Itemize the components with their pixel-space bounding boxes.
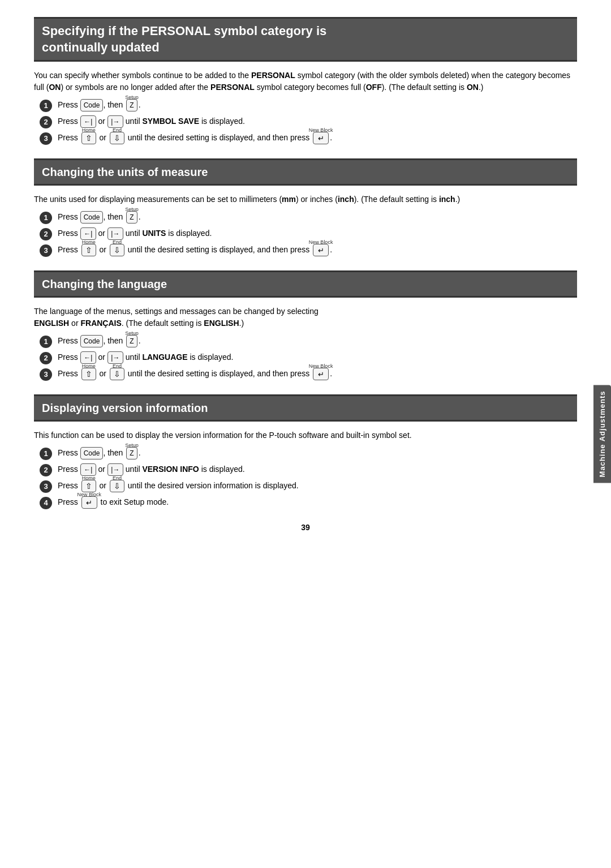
step-num-3: 3 [40, 132, 52, 145]
step-num-1: 1 [40, 100, 52, 112]
up-arrow-units: ⇧ [81, 244, 96, 256]
left-nav-key-ver: ←| [80, 463, 96, 476]
code-key: Code [80, 99, 104, 111]
section-personal-symbol: Specifying if the PERSONAL symbol catego… [34, 17, 577, 145]
step-num-4: 4 [40, 497, 52, 509]
section-title-language: Changing the language [42, 277, 569, 291]
step-content-3-units: Press Home ⇧ or End ⇩ until the desired … [58, 244, 577, 256]
step-1-language: 1 Press Code, then Setup Z . [40, 335, 577, 348]
section-version: Displaying version information This func… [34, 394, 577, 509]
step-content-3-personal: Press Home ⇧ or End ⇩ until the desired … [58, 132, 577, 144]
right-nav-key-units: |→ [107, 227, 123, 240]
setup-z-key-wrap: Setup Z [126, 99, 137, 111]
z-key-ver: Z [126, 447, 137, 459]
right-nav-key-lang: |→ [107, 351, 123, 364]
section-intro-units: The units used for displaying measuremen… [34, 194, 577, 205]
section-header-language: Changing the language [34, 270, 577, 298]
section-header-units: Changing the units of measure [34, 158, 577, 186]
enter-key-ver: ↵ [81, 496, 97, 509]
section-title-version: Displaying version information [42, 401, 569, 415]
step-content-1-language: Press Code, then Setup Z . [58, 335, 577, 347]
step-1-units: 1 Press Code, then Setup Z . [40, 211, 577, 224]
home-up-wrap-units: Home ⇧ [81, 244, 96, 256]
section-language: Changing the language The language of th… [34, 270, 577, 381]
enter-key-units: ↵ [313, 244, 329, 256]
step-num-2: 2 [40, 464, 52, 476]
down-arrow-units: ⇩ [110, 244, 124, 256]
section-title-units: Changing the units of measure [42, 165, 569, 179]
right-nav-key: |→ [107, 115, 123, 128]
step-content-2-version: Press ←| or |→ until VERSION INFO is dis… [58, 463, 577, 476]
enter-key-lang: ↵ [313, 368, 329, 380]
left-nav-key: ←| [80, 115, 96, 128]
enter-wrap-lang: New Block ↵ [313, 368, 329, 380]
step-content-1-version: Press Code, then Setup Z . [58, 447, 577, 459]
step-num-3: 3 [40, 368, 52, 381]
step-3-version: 3 Press Home ⇧ or End ⇩ until the desire… [40, 480, 577, 493]
step-3-personal: 3 Press Home ⇧ or End ⇩ until the desire… [40, 132, 577, 145]
code-key-lang: Code [80, 335, 104, 347]
z-key-lang: Z [126, 335, 137, 347]
home-up-wrap-ver: Home ⇧ [81, 480, 96, 492]
z-key-units: Z [126, 211, 137, 224]
enter-wrap-units: New Block ↵ [313, 244, 329, 256]
steps-units: 1 Press Code, then Setup Z . 2 Press ←| … [40, 211, 577, 257]
page-number: 39 [34, 523, 577, 532]
steps-version: 1 Press Code, then Setup Z . 2 Press ←| … [40, 447, 577, 509]
left-nav-key-units: ←| [80, 227, 96, 240]
code-key-units: Code [80, 211, 104, 224]
step-content-3-language: Press Home ⇧ or End ⇩ until the desired … [58, 368, 577, 380]
step-content-1-personal: Press Code, then Setup Z . [58, 99, 577, 111]
down-arrow-lang: ⇩ [110, 368, 124, 380]
step-content-1-units: Press Code, then Setup Z . [58, 211, 577, 224]
section-header-version: Displaying version information [34, 394, 577, 422]
step-num-1: 1 [40, 336, 52, 348]
step-1-version: 1 Press Code, then Setup Z . [40, 447, 577, 460]
step-content-2-units: Press ←| or |→ until UNITS is displayed. [58, 227, 577, 240]
up-arrow-ver: ⇧ [81, 480, 96, 492]
setup-z-wrap-ver: Setup Z [126, 447, 137, 459]
home-up-key-wrap: Home ⇧ [81, 132, 96, 144]
side-tab-container: Machine Adjustments [593, 385, 611, 483]
section-intro-personal-symbol: You can specify whether symbols continue… [34, 70, 577, 93]
end-down-wrap-lang: End ⇩ [110, 368, 124, 380]
enter-wrap-ver: New Block ↵ [81, 496, 97, 509]
end-down-wrap-units: End ⇩ [110, 244, 124, 256]
step-num-2: 2 [40, 116, 52, 128]
section-intro-language: The language of the menus, settings and … [34, 306, 577, 329]
setup-z-wrap-units: Setup Z [126, 211, 137, 224]
home-up-wrap-lang: Home ⇧ [81, 368, 96, 380]
right-nav-key-ver: |→ [107, 463, 123, 476]
steps-language: 1 Press Code, then Setup Z . 2 Press ←| … [40, 335, 577, 381]
step-num-1: 1 [40, 212, 52, 224]
down-arrow-key: ⇩ [110, 132, 124, 144]
step-1-personal: 1 Press Code, then Setup Z . [40, 99, 577, 112]
section-header-personal-symbol: Specifying if the PERSONAL symbol catego… [34, 17, 577, 62]
steps-personal-symbol: 1 Press Code, then Setup Z . 2 Press ←| … [40, 99, 577, 145]
step-content-3-version: Press Home ⇧ or End ⇩ until the desired … [58, 480, 577, 492]
up-arrow-key: ⇧ [81, 132, 96, 144]
enter-key-wrap: New Block ↵ [313, 132, 329, 144]
z-key: Z [126, 99, 137, 111]
section-units: Changing the units of measure The units … [34, 158, 577, 257]
enter-key: ↵ [313, 132, 329, 144]
code-key-ver: Code [80, 447, 104, 459]
step-content-4-version: Press New Block ↵ to exit Setup mode. [58, 496, 577, 509]
end-down-key-wrap: End ⇩ [110, 132, 124, 144]
step-num-3: 3 [40, 480, 52, 493]
end-down-wrap-ver: End ⇩ [110, 480, 124, 492]
step-content-2-personal: Press ←| or |→ until SYMBOL SAVE is disp… [58, 115, 577, 128]
step-num-3: 3 [40, 244, 52, 257]
step-3-units: 3 Press Home ⇧ or End ⇩ until the desire… [40, 244, 577, 257]
step-num-2: 2 [40, 228, 52, 240]
left-nav-key-lang: ←| [80, 351, 96, 364]
step-3-language: 3 Press Home ⇧ or End ⇩ until the desire… [40, 368, 577, 381]
setup-z-wrap-lang: Setup Z [126, 335, 137, 347]
side-tab: Machine Adjustments [593, 385, 611, 483]
up-arrow-lang: ⇧ [81, 368, 96, 380]
step-4-version: 4 Press New Block ↵ to exit Setup mode. [40, 496, 577, 509]
down-arrow-ver: ⇩ [110, 480, 124, 492]
step-num-1: 1 [40, 448, 52, 460]
step-content-2-language: Press ←| or |→ until LANGUAGE is display… [58, 351, 577, 364]
step-num-2: 2 [40, 352, 52, 364]
